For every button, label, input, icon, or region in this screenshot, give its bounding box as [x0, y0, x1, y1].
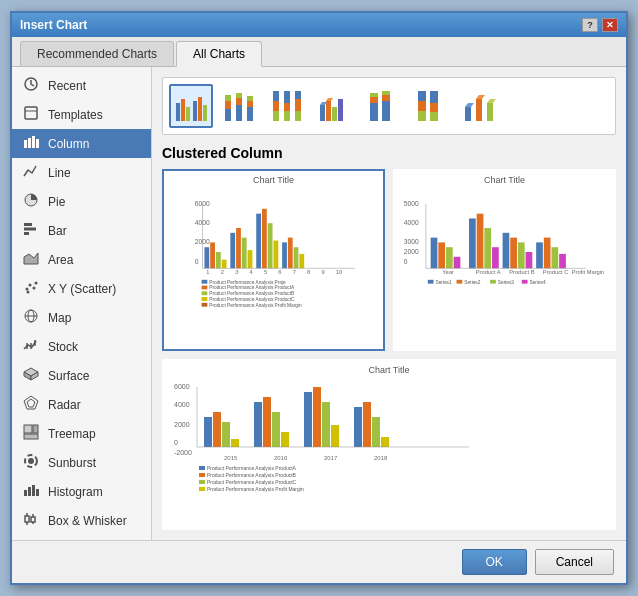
subtype-3d-clustered-column[interactable] [313, 84, 357, 128]
svg-text:Product C: Product C [543, 269, 569, 275]
sidebar-item-radar[interactable]: Radar [12, 390, 151, 419]
svg-text:2015: 2015 [224, 455, 238, 461]
svg-rect-207 [199, 473, 205, 477]
subtype-3d-100pct-column[interactable] [409, 84, 453, 128]
ok-button[interactable]: OK [462, 549, 527, 575]
svg-text:Product Performance Analysis P: Product Performance Analysis ProductA [209, 285, 295, 290]
svg-text:Product Performance Analysis P: Product Performance Analysis Profit Marg… [209, 303, 302, 308]
subtype-clustered-column[interactable] [169, 84, 213, 128]
sidebar-item-templates[interactable]: Templates [12, 100, 151, 129]
chart-preview-2[interactable]: Chart Title 5000 4000 3000 2000 0 Year P… [393, 169, 616, 351]
chart-preview-1[interactable]: Chart Title 6000 4000 2000 0 1 2 3 [162, 169, 385, 351]
svg-text:Profit Margin: Profit Margin [572, 269, 605, 275]
help-icon[interactable]: ? [582, 18, 598, 32]
sidebar: Recent Templates Column Li [12, 67, 152, 540]
svg-rect-167 [544, 238, 551, 269]
bar-icon [22, 221, 40, 240]
svg-rect-70 [273, 91, 279, 101]
svg-text:0: 0 [195, 258, 199, 265]
svg-rect-77 [295, 99, 301, 111]
svg-rect-35 [32, 485, 35, 496]
svg-rect-154 [431, 238, 438, 269]
cancel-button[interactable]: Cancel [535, 549, 614, 575]
svg-rect-202 [363, 402, 371, 447]
svg-rect-168 [551, 247, 558, 268]
svg-rect-96 [465, 107, 471, 121]
sidebar-item-histogram[interactable]: Histogram [12, 477, 151, 506]
tab-recommended-charts[interactable]: Recommended Charts [20, 41, 174, 66]
sidebar-item-map[interactable]: Map [12, 303, 151, 332]
svg-text:Product Performance Analysis P: Product Performance Analysis Profit Marg… [207, 486, 304, 492]
subtype-3d-column[interactable] [457, 84, 501, 128]
svg-rect-176 [522, 280, 528, 284]
svg-rect-3 [24, 140, 27, 148]
sidebar-item-stock[interactable]: Stock [12, 332, 151, 361]
svg-marker-97 [465, 103, 474, 107]
svg-rect-132 [202, 280, 208, 284]
svg-rect-162 [503, 233, 510, 268]
sidebar-item-column[interactable]: Column [12, 129, 151, 158]
svg-rect-80 [332, 107, 337, 121]
svg-rect-193 [254, 402, 262, 447]
svg-text:4000: 4000 [174, 401, 190, 408]
sidebar-item-scatter[interactable]: X Y (Scatter) [12, 274, 151, 303]
svg-text:Series2: Series2 [464, 280, 481, 285]
svg-marker-27 [27, 399, 35, 407]
svg-rect-140 [202, 303, 208, 307]
sidebar-item-recent[interactable]: Recent [12, 71, 151, 100]
svg-text:Product Performance Analysis P: Product Performance Analysis ProductA [207, 465, 297, 471]
sidebar-item-line[interactable]: Line [12, 158, 151, 187]
svg-rect-74 [284, 103, 290, 111]
svg-text:2016: 2016 [274, 455, 288, 461]
svg-rect-194 [263, 397, 271, 447]
svg-rect-94 [430, 91, 438, 103]
subtype-stacked-column[interactable] [217, 84, 261, 128]
subtype-100pct-stacked-column[interactable] [265, 84, 309, 128]
sidebar-item-treemap[interactable]: Treemap [12, 419, 151, 448]
svg-rect-73 [284, 91, 290, 103]
subtype-3d-stacked-column[interactable] [361, 84, 405, 128]
title-bar-icons: ? ✕ [582, 18, 618, 32]
sidebar-item-surface[interactable]: Surface [12, 361, 151, 390]
svg-rect-100 [487, 103, 493, 121]
radar-icon [22, 395, 40, 414]
sidebar-item-bar[interactable]: Bar [12, 216, 151, 245]
svg-rect-198 [313, 387, 321, 447]
svg-rect-119 [222, 260, 227, 269]
surface-icon [22, 366, 40, 385]
content-area: Recent Templates Column Li [12, 67, 626, 540]
svg-rect-30 [24, 434, 38, 439]
recent-icon [22, 76, 40, 95]
sidebar-item-box-whisker[interactable]: Box & Whisker [12, 506, 151, 535]
svg-rect-166 [536, 242, 543, 268]
tab-all-charts[interactable]: All Charts [176, 41, 262, 67]
svg-rect-156 [446, 247, 453, 268]
svg-rect-138 [202, 297, 208, 301]
svg-rect-6 [36, 139, 39, 148]
sunburst-icon [22, 453, 40, 472]
svg-rect-121 [236, 228, 241, 268]
svg-rect-60 [225, 109, 231, 121]
svg-rect-58 [198, 97, 202, 121]
svg-text:10: 10 [336, 269, 342, 275]
sidebar-item-area[interactable]: Area [12, 245, 151, 274]
svg-rect-125 [262, 209, 267, 268]
svg-rect-81 [338, 99, 343, 121]
tabs-row: Recommended Charts All Charts [12, 37, 626, 67]
map-icon [22, 308, 40, 327]
svg-rect-85 [370, 97, 378, 103]
chart-preview-3[interactable]: Chart Title 6000 4000 2000 0 -2000 2015 … [162, 359, 616, 531]
footer: OK Cancel [12, 540, 626, 583]
close-icon[interactable]: ✕ [602, 18, 618, 32]
chart-preview-1-inner: 6000 4000 2000 0 1 2 3 4 5 6 7 [168, 187, 379, 317]
sidebar-item-pie[interactable]: Pie [12, 187, 151, 216]
svg-rect-76 [295, 91, 301, 99]
scatter-icon [22, 279, 40, 298]
svg-rect-134 [202, 286, 208, 290]
svg-text:4000: 4000 [404, 219, 419, 226]
svg-point-16 [27, 291, 30, 294]
sidebar-item-sunburst[interactable]: Sunburst [12, 448, 151, 477]
svg-text:3: 3 [235, 269, 238, 275]
svg-rect-67 [247, 101, 253, 107]
svg-rect-65 [236, 93, 242, 98]
